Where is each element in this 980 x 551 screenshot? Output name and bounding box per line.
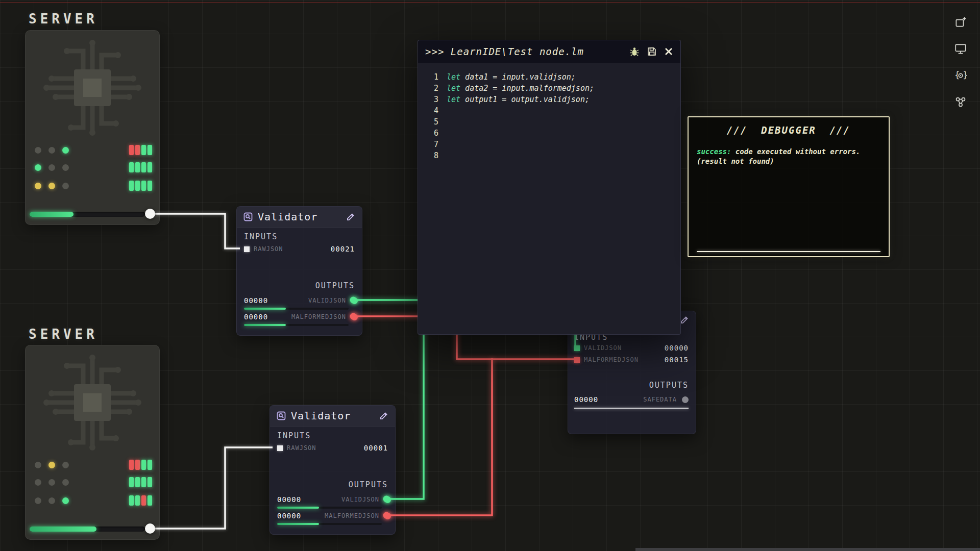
status-led — [48, 462, 55, 468]
output-name: SAFEDATA — [643, 396, 677, 403]
editor-titlebar[interactable]: >>> LearnIDE\Test node.lm — [418, 40, 680, 63]
input-name: MALFORMEDJSON — [584, 356, 639, 363]
status-bar — [148, 495, 152, 506]
status-led — [62, 462, 69, 468]
input-counter: 00000 — [665, 344, 689, 352]
braces-info-icon[interactable]: { } — [948, 65, 973, 86]
output-counter: 00000 — [244, 296, 268, 305]
code-text: output1 = output.validjson; — [460, 95, 590, 104]
status-bar — [135, 477, 140, 487]
status-row — [35, 460, 152, 470]
server-progress-track — [30, 527, 145, 532]
wire-server1-to-validator1 — [150, 214, 240, 248]
code-line: 7 — [418, 139, 680, 150]
server-node[interactable] — [25, 30, 160, 225]
status-bar — [141, 495, 146, 506]
debugger-panel: /// DEBUGGER /// success: code executed … — [688, 116, 890, 257]
editor-title: >>> LearnIDE\Test node.lm — [425, 46, 622, 57]
status-led — [35, 479, 41, 486]
input-counter: 00021 — [331, 245, 355, 253]
window-edge — [635, 548, 980, 551]
safedata-output-port[interactable] — [682, 396, 689, 403]
status-led — [62, 479, 69, 486]
wire-server2-to-validator2 — [150, 447, 273, 529]
edit-node-button[interactable] — [679, 315, 690, 325]
input-row-rawjson: RAWJSON 00001 — [277, 442, 388, 454]
status-bar — [141, 181, 146, 191]
input-counter: 00001 — [364, 444, 388, 452]
validator-icon — [276, 411, 286, 421]
save-icon[interactable] — [647, 46, 657, 57]
validjson-input-port[interactable] — [574, 345, 580, 351]
status-led — [35, 164, 41, 171]
output-name: VALIDJSON — [341, 496, 379, 503]
node-header[interactable]: Validator — [270, 406, 395, 427]
output-row-malformedjson: 00000 MALFORMEDJSON — [244, 311, 358, 322]
code-line: 1let data1 = input.validjson; — [418, 71, 680, 83]
rawjson-input-port[interactable] — [244, 246, 250, 252]
malformedjson-output-port[interactable] — [351, 314, 358, 320]
validator-node[interactable]: Validator INPUTS RAWJSON 00021 OUTPUTS 0… — [236, 206, 362, 336]
svg-text:}: } — [963, 70, 967, 80]
validjson-output-port[interactable] — [351, 297, 358, 304]
line-number: 4 — [418, 106, 447, 115]
status-bar — [148, 477, 152, 487]
status-row — [35, 145, 152, 155]
output-progress-fill — [277, 523, 319, 525]
new-window-icon[interactable] — [948, 12, 973, 33]
monitor-icon[interactable] — [948, 39, 973, 59]
rawjson-input-port[interactable] — [277, 445, 283, 451]
output-row-validjson: 00000 VALIDJSON — [244, 295, 358, 306]
status-led — [48, 164, 55, 171]
code-keyword: let — [447, 95, 460, 104]
edit-node-button[interactable] — [379, 411, 389, 421]
output-progress-bar — [574, 408, 689, 409]
debug-bug-icon[interactable] — [629, 46, 640, 57]
output-progress-bar — [244, 324, 349, 326]
node-group-icon[interactable] — [948, 92, 973, 112]
status-bar — [135, 495, 140, 506]
malformedjson-output-port[interactable] — [384, 513, 391, 519]
status-bar — [129, 477, 134, 487]
status-leds — [35, 462, 69, 468]
status-led — [48, 183, 55, 189]
status-bar — [129, 495, 134, 506]
validator-node[interactable]: Validator INPUTS RAWJSON 00001 OUTPUTS 0… — [270, 405, 396, 535]
debugger-input-line[interactable] — [697, 251, 880, 252]
close-icon[interactable] — [664, 47, 673, 56]
status-led — [48, 479, 55, 486]
edit-node-button[interactable] — [346, 212, 356, 222]
status-leds — [35, 183, 69, 189]
output-counter: 00000 — [277, 512, 301, 520]
output-progress-fill — [244, 308, 286, 310]
server-label: SERVER — [29, 11, 98, 27]
status-bar — [141, 460, 146, 470]
outputs-section-label: OUTPUTS — [315, 281, 355, 290]
status-bar — [135, 181, 140, 191]
validjson-output-port[interactable] — [384, 496, 391, 503]
server-progress-track — [30, 212, 145, 217]
status-led — [62, 147, 69, 154]
line-number: 7 — [418, 140, 447, 149]
status-bar — [148, 181, 152, 191]
node-header[interactable]: Validator — [237, 207, 362, 228]
malformedjson-input-port[interactable] — [574, 357, 580, 363]
server-node[interactable] — [25, 345, 160, 540]
status-led — [62, 164, 69, 171]
code-area[interactable]: 1let data1 = input.validjson; 2let data2… — [418, 63, 680, 161]
line-number: 5 — [418, 117, 447, 127]
node-graph-canvas[interactable]: SERVER SERVER — [0, 0, 980, 551]
status-led — [35, 462, 41, 468]
code-line: 3let output1 = output.validjson; — [418, 94, 680, 105]
status-bar — [141, 145, 146, 155]
status-row — [35, 477, 152, 487]
input-name: RAWJSON — [254, 245, 283, 253]
output-counter: 00000 — [574, 395, 598, 404]
output-name: MALFORMEDJSON — [291, 313, 346, 320]
status-leds — [35, 147, 69, 154]
screen-edge-accent — [0, 2, 980, 3]
output-progress-bar — [277, 507, 382, 509]
status-led — [62, 183, 69, 189]
input-name: RAWJSON — [287, 444, 316, 452]
code-line: 5 — [418, 116, 680, 128]
